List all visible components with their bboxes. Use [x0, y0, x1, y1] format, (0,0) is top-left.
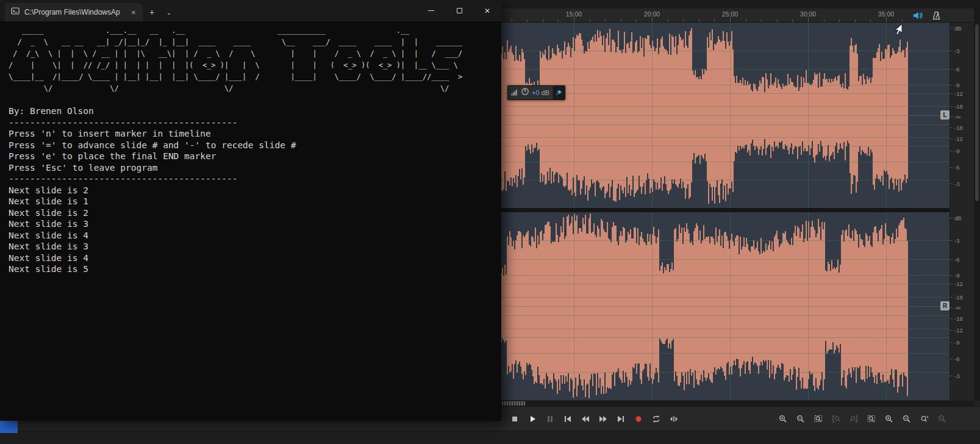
pause-icon — [546, 415, 554, 423]
ruler-tick — [886, 17, 887, 22]
log-line: Next slide is 2 — [9, 185, 501, 196]
db-tick — [950, 275, 953, 276]
skip-to-start-button[interactable] — [560, 412, 575, 426]
db-tick — [950, 342, 953, 343]
horizontal-scrollbar[interactable] — [501, 401, 974, 406]
waveform-channel-left[interactable] — [501, 23, 950, 208]
db-tick — [950, 116, 953, 117]
zin-icon — [779, 415, 787, 423]
stop-icon — [510, 415, 519, 423]
channel-right-badge[interactable]: R — [940, 301, 950, 310]
pause-button[interactable] — [543, 412, 557, 426]
zoom-to-in-point-button[interactable] — [829, 412, 843, 426]
zoom-out-amplitude-button[interactable] — [900, 412, 914, 426]
db-tick — [950, 106, 953, 107]
pin-icon[interactable] — [552, 86, 565, 99]
record-icon — [634, 415, 643, 423]
ruler-tick — [636, 20, 637, 22]
ruler-tick — [792, 20, 793, 22]
meter-icon — [511, 87, 518, 98]
ruler-tick — [512, 20, 512, 22]
status-bar — [0, 431, 980, 444]
zoom-out-time-button[interactable] — [793, 412, 808, 426]
skip-to-end-button[interactable] — [613, 412, 628, 426]
ruler-tick — [777, 20, 778, 22]
terminal-body[interactable]: _____ .___.__ __ .__ ___________ .__ / _… — [0, 21, 501, 275]
next-icon — [617, 415, 625, 423]
ruler-tick — [527, 20, 528, 22]
db-tick — [950, 259, 953, 260]
zoom-in-time-button[interactable] — [776, 412, 790, 426]
ruler-tick — [590, 20, 590, 22]
ascii-banner: _____ .___.__ __ .__ ___________ .__ / _… — [9, 25, 501, 95]
db-label: -6 — [954, 66, 959, 73]
ruler-tick — [761, 20, 762, 22]
skip-selection-button[interactable] — [667, 412, 681, 426]
log-line: Next slide is 4 — [9, 230, 501, 242]
rewind-button[interactable] — [578, 412, 593, 426]
db-tick — [950, 69, 953, 70]
db-label: -18 — [954, 104, 963, 110]
terminal-tab[interactable]: C:\Program Files\WindowsAp ✕ — [5, 3, 143, 21]
waveform-channel-right[interactable] — [501, 212, 950, 400]
zout-icon — [938, 415, 946, 423]
db-label: -∞ — [954, 114, 960, 120]
volume-knob-icon[interactable] — [521, 87, 529, 98]
db-tick — [950, 184, 953, 184]
close-button[interactable]: ✕ — [473, 0, 501, 21]
db-tick — [950, 28, 953, 29]
ff-icon — [599, 415, 607, 423]
play-button[interactable] — [525, 412, 540, 426]
timeline-ruler[interactable]: 015:0020:0025:0030:0035:00 — [501, 9, 974, 23]
zoom-selection-button[interactable] — [864, 412, 879, 426]
metronome-icon[interactable] — [931, 10, 942, 21]
vertical-scrollbar[interactable] — [974, 9, 980, 401]
channel-left-badge[interactable]: L — [940, 110, 950, 120]
stop-button[interactable] — [507, 412, 522, 426]
log-line: Next slide is 3 — [9, 218, 501, 230]
zoom-in-full-button[interactable] — [811, 412, 826, 426]
fast-forward-button[interactable] — [596, 412, 610, 426]
zoom-in-amplitude-button[interactable] — [882, 412, 896, 426]
ruler-tick — [605, 20, 606, 22]
waveform-editor[interactable] — [501, 23, 950, 400]
db-tick — [950, 218, 953, 218]
loop-icon — [652, 415, 660, 423]
horizontal-scrollbar-thumb[interactable] — [502, 401, 525, 406]
monitor-speaker-icon[interactable] — [912, 10, 923, 21]
zreset-icon — [920, 415, 929, 423]
db-label: -6 — [954, 165, 959, 171]
zoom-to-out-point-button[interactable] — [846, 412, 861, 426]
loop-playback-button[interactable] — [649, 412, 663, 426]
tab-dropdown-button[interactable]: ⌄ — [161, 3, 177, 21]
new-tab-button[interactable]: + — [143, 3, 161, 21]
zbracketl-icon — [832, 415, 840, 423]
titlebar-drag-area[interactable] — [177, 0, 417, 21]
channel-divider — [501, 208, 950, 212]
db-label: -6 — [954, 257, 959, 263]
waveform-path — [501, 213, 907, 398]
zin-icon — [885, 415, 893, 423]
db-label: -9 — [954, 273, 959, 279]
tab-close-button[interactable]: ✕ — [128, 7, 139, 18]
db-label: -3 — [954, 373, 959, 379]
close-icon: ✕ — [484, 7, 490, 15]
log-line: Next slide is 4 — [9, 252, 501, 264]
db-tick — [950, 318, 953, 319]
terminal-titlebar[interactable]: C:\Program Files\WindowsAp ✕ + ⌄ ✕ — [0, 0, 501, 21]
zout-icon — [796, 415, 805, 423]
db-tick — [950, 151, 953, 151]
db-label: -9 — [954, 340, 959, 346]
ruler-tick — [574, 17, 574, 22]
log-line: Next slide is 3 — [9, 241, 501, 252]
volume-hud[interactable]: +0 dB — [507, 85, 565, 100]
maximize-button[interactable] — [445, 0, 473, 21]
zoom-out-full-button[interactable] — [935, 412, 950, 426]
vertical-scrollbar-thumb[interactable] — [975, 24, 979, 201]
zoom-reset-button[interactable] — [917, 412, 932, 426]
record-button[interactable] — [631, 412, 646, 426]
db-tick — [950, 307, 953, 308]
amplitude-ruler: dB-3-6-9-12-18-∞-18-12-9-6-3dB-3-6-9-12-… — [950, 23, 974, 400]
db-label: -3 — [954, 238, 959, 244]
minimize-button[interactable] — [417, 0, 445, 21]
